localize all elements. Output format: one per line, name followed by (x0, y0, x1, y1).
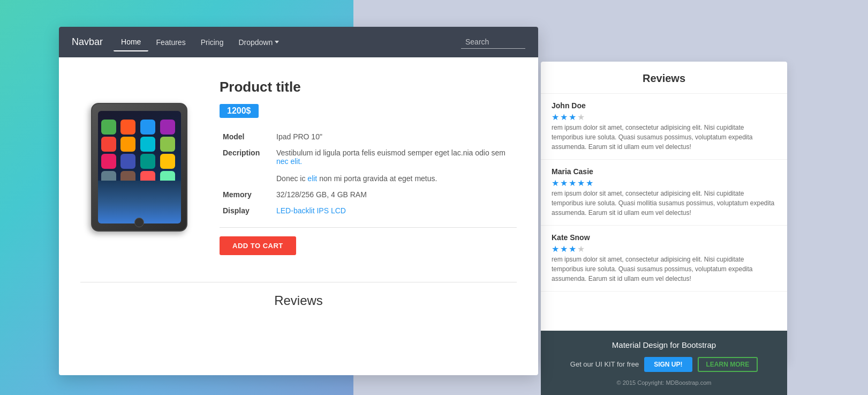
spec-display: Display LED-backlit IPS LCD (220, 203, 517, 219)
star-filled: ★ (569, 178, 576, 185)
star-filled: ★ (552, 244, 559, 251)
spec-display-value: LED-backlit IPS LCD (273, 203, 517, 219)
back-card-reviews-title: Reviews (541, 62, 787, 94)
nav-link-pricing[interactable]: Pricing (193, 34, 231, 51)
navbar: Navbar Home Features Pricing Dropdown (59, 27, 538, 57)
nav-link-dropdown[interactable]: Dropdown (231, 34, 286, 51)
app-icon (140, 154, 155, 169)
product-image-wrap (80, 79, 198, 255)
product-area: Product title 1200$ Model Ipad PRO 10" D… (59, 57, 538, 271)
spec-divider (220, 227, 517, 228)
review-item-0: John Doe ★ ★ ★ ★ rem ipsum dolor sit ame… (541, 94, 787, 160)
ipad-home-button (134, 218, 144, 227)
nav-links: Home Features Pricing Dropdown (114, 33, 286, 51)
cta-get-kit-text: Get our UI KIT for free (570, 360, 639, 368)
product-title: Product title (220, 79, 517, 95)
cta-signup-button[interactable]: SIGN UP! (644, 357, 692, 372)
spec-model-value: Ipad PRO 10" (273, 129, 517, 145)
reviews-section-title: Reviews (80, 293, 517, 308)
star-filled: ★ (560, 244, 568, 251)
stars-2: ★ ★ ★ ★ (552, 244, 776, 251)
star-empty: ★ (577, 244, 585, 251)
reviewer-name-0: John Doe (552, 101, 776, 110)
product-info: Product title 1200$ Model Ipad PRO 10" D… (220, 79, 517, 255)
star-filled: ★ (569, 244, 576, 251)
star-empty: ★ (577, 112, 585, 120)
cta-footer: Material Design for Bootstrap Get our UI… (541, 331, 787, 395)
nav-link-features[interactable]: Features (148, 34, 193, 51)
reviewer-name-1: Maria Casie (552, 167, 776, 176)
app-grid (98, 111, 181, 189)
review-item-1: Maria Casie ★ ★ ★ ★ ★ rem ipsum dolor si… (541, 160, 787, 226)
cta-copyright: © 2015 Copyright: MDBoostrap.com (617, 379, 712, 386)
cta-learn-button[interactable]: LEARN MORE (698, 357, 758, 372)
nav-link-home[interactable]: Home (114, 33, 148, 51)
main-product-card: Navbar Home Features Pricing Dropdown (59, 27, 538, 375)
app-icon (120, 154, 135, 169)
back-card: Reviews John Doe ★ ★ ★ ★ rem ipsum dolor… (541, 62, 787, 362)
section-divider (80, 282, 517, 282)
app-icon (140, 120, 155, 135)
spec-display-label: Display (220, 203, 273, 219)
star-filled: ★ (577, 178, 585, 185)
price-badge: 1200$ (220, 104, 259, 118)
star-filled: ★ (552, 178, 559, 185)
star-filled: ★ (569, 112, 576, 120)
spec-memory-label: Memory (220, 187, 273, 203)
spec-description: Decription Vestibulum id ligula porta fe… (220, 145, 517, 187)
spec-desc-link2[interactable]: elit (307, 174, 317, 183)
product-image (91, 103, 187, 232)
app-icon (160, 154, 175, 169)
stars-0: ★ ★ ★ ★ (552, 112, 776, 120)
app-icon (140, 137, 155, 152)
spec-memory-value: 32/128/256 GB, 4 GB RAM (273, 187, 517, 203)
ipad-wallpaper (98, 181, 181, 223)
add-to-cart-button[interactable]: ADD TO CART (220, 236, 296, 255)
app-icon (160, 137, 175, 152)
spec-desc-label: Decription (220, 145, 273, 187)
review-item-2: Kate Snow ★ ★ ★ ★ rem ipsum dolor sit am… (541, 226, 787, 292)
spec-model-label: Model (220, 129, 273, 145)
spec-memory: Memory 32/128/256 GB, 4 GB RAM (220, 187, 517, 203)
ipad-screen (98, 111, 181, 223)
app-icon (101, 137, 116, 152)
app-icon (120, 120, 135, 135)
review-text-2: rem ipsum dolor sit amet, consectetur ad… (552, 255, 776, 284)
star-filled: ★ (560, 112, 568, 120)
spec-display-link[interactable]: LED-backlit IPS LCD (276, 206, 346, 215)
spec-model: Model Ipad PRO 10" (220, 129, 517, 145)
cta-title: Material Design for Bootstrap (612, 340, 716, 349)
star-filled: ★ (560, 178, 568, 185)
search-input[interactable] (461, 35, 525, 49)
reviews-section: Reviews (59, 271, 538, 319)
reviewer-name-2: Kate Snow (552, 233, 776, 242)
app-icon (160, 120, 175, 135)
star-filled: ★ (552, 112, 559, 120)
navbar-brand: Navbar (72, 36, 103, 48)
spec-desc-value: Vestibulum id ligula porta felis euismod… (273, 145, 517, 187)
review-text-0: rem ipsum dolor sit amet, consectetur ad… (552, 123, 776, 152)
search-wrap (461, 35, 525, 49)
product-specs: Model Ipad PRO 10" Decription Vestibulum… (220, 129, 517, 219)
app-icon (101, 120, 116, 135)
chevron-down-icon (275, 41, 279, 43)
app-icon (120, 137, 135, 152)
spec-desc-link1[interactable]: nec elit. (276, 157, 302, 166)
cta-buttons: Get our UI KIT for free SIGN UP! LEARN M… (570, 357, 758, 372)
star-filled: ★ (586, 178, 593, 185)
app-icon (101, 154, 116, 169)
stars-1: ★ ★ ★ ★ ★ (552, 178, 776, 185)
review-text-1: rem ipsum dolor sit amet, consectetur ad… (552, 189, 776, 218)
